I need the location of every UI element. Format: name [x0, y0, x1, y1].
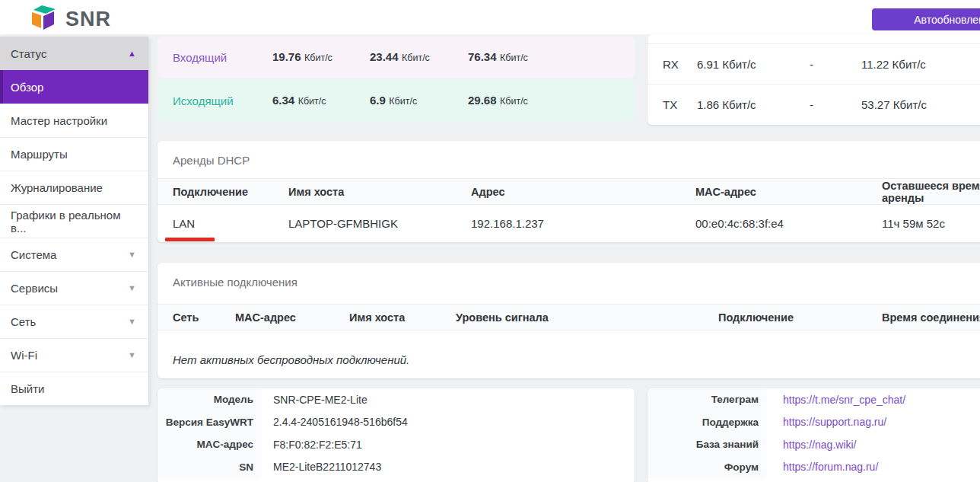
- col-header-hostname: Имя хоста: [288, 186, 471, 198]
- traffic-row-outgoing: Исходящий 6.34 Кбит/с 6.9 Кбит/с 29.68 К…: [158, 80, 635, 121]
- sidebar-item-label: Сеть: [11, 315, 36, 328]
- rx-value-3: 11.22 Кбит/с: [861, 58, 980, 71]
- info-row-sn: SN ME2-LiteB2211012743: [158, 456, 635, 479]
- traffic-value: 29.68 Кбит/с: [468, 94, 635, 107]
- col-header-hostname: Имя хоста: [349, 311, 456, 324]
- device-info-card: Модель SNR-CPE-ME2-Lite Версия EasyWRT 2…: [158, 388, 635, 482]
- chevron-down-icon: ▼: [128, 351, 136, 359]
- snr-logo-icon: [30, 5, 59, 34]
- link-row-support: Поддержка https://support.nag.ru/: [648, 411, 980, 434]
- col-header-connection: Подключение: [718, 311, 882, 324]
- col-header-network: Сеть: [173, 311, 235, 324]
- sidebar-item-logout[interactable]: Выйти: [0, 372, 148, 405]
- info-label: Форум: [648, 456, 766, 479]
- info-label: SN: [158, 456, 261, 479]
- connections-table-header: Сеть MAC-адрес Имя хоста Уровень сигнала…: [158, 304, 980, 330]
- traffic-card: Входящий 19.76 Кбит/с 23.44 Кбит/с 76.34…: [158, 37, 635, 121]
- tx-row: TX 1.86 Кбит/с - 53.27 Кбит/с: [648, 84, 980, 124]
- sidebar: Статус ▲ Обзор Мастер настройки Маршруты…: [0, 37, 148, 405]
- sidebar-item-label: Маршруты: [11, 148, 68, 161]
- sidebar-item-label: Журналирование: [11, 181, 103, 194]
- dhcp-mac-cell: 00:e0:4c:68:3f:e4: [695, 217, 882, 230]
- info-row-firmware: Версия EasyWRT 2.4.4-2405161948-516b6f54: [158, 411, 635, 434]
- sidebar-item-wifi[interactable]: Wi-Fi ▼: [0, 338, 148, 372]
- info-row-model: Модель SNR-CPE-ME2-Lite: [158, 388, 635, 411]
- app-header: SNR Автообновление в: [0, 0, 980, 34]
- rx-value-2: -: [810, 58, 861, 71]
- link-cell: https://forum.nag.ru/: [766, 461, 980, 473]
- info-label: Телеграм: [648, 388, 766, 411]
- sidebar-item-label: Графики в реальном в...: [11, 209, 136, 235]
- tx-value-3: 53.27 Кбит/с: [861, 98, 980, 111]
- sidebar-item-logging[interactable]: Журналирование: [0, 171, 148, 204]
- info-value: SNR-CPE-ME2-Lite: [261, 394, 635, 406]
- info-label: MAC-адрес: [158, 433, 261, 456]
- link-cell: https://t.me/snr_cpe_chat/: [766, 394, 980, 406]
- traffic-value: 23.44 Кбит/с: [370, 50, 468, 64]
- red-underline-indicator: [165, 238, 215, 241]
- col-header-address: Адрес: [471, 186, 695, 198]
- support-links-card: Телеграм https://t.me/snr_cpe_chat/ Подд…: [648, 388, 980, 482]
- rxtx-card: RX 6.91 Кбит/с - 11.22 Кбит/с TX 1.86 Кб…: [648, 34, 980, 125]
- sidebar-item-label: Обзор: [11, 81, 43, 94]
- tx-label: TX: [663, 98, 697, 111]
- dhcp-connection-cell: LAN: [173, 205, 288, 242]
- dhcp-table-row: LAN LAPTOP-GFMBHIGK 192.168.1.237 00:e0:…: [158, 205, 980, 242]
- active-connections-card: Активные подключения Сеть MAC-адрес Имя …: [158, 263, 980, 378]
- sidebar-item-services[interactable]: Сервисы ▼: [0, 271, 148, 305]
- link-row-telegram: Телеграм https://t.me/snr_cpe_chat/: [648, 388, 980, 411]
- rx-value-1: 6.91 Кбит/с: [697, 58, 810, 71]
- sidebar-item-status[interactable]: Статус ▲: [0, 37, 148, 70]
- col-header-uptime: Время соединения: [882, 311, 980, 324]
- sidebar-item-realtime-graphs[interactable]: Графики в реальном в...: [0, 204, 148, 238]
- dhcp-leases-card: Аренды DHCP Подключение Имя хоста Адрес …: [158, 141, 980, 242]
- sidebar-item-label: Wi-Fi: [11, 349, 37, 362]
- forum-link[interactable]: https://forum.nag.ru/: [783, 461, 878, 473]
- dhcp-time-left-cell: 11ч 59м 52с: [882, 217, 980, 230]
- sidebar-item-network[interactable]: Сеть ▼: [0, 305, 148, 338]
- traffic-row-incoming: Входящий 19.76 Кбит/с 23.44 Кбит/с 76.34…: [158, 37, 635, 78]
- link-cell: https://nag.wiki/: [766, 439, 980, 451]
- info-row-mac: MAC-адрес F8:F0:82:F2:E5:71: [158, 433, 635, 456]
- chevron-up-icon: ▲: [128, 49, 136, 58]
- rx-row: RX 6.91 Кбит/с - 11.22 Кбит/с: [648, 43, 980, 84]
- info-label: Версия EasyWRT: [158, 411, 261, 434]
- chevron-down-icon: ▼: [128, 318, 136, 326]
- link-row-wiki: База знаний https://nag.wiki/: [648, 433, 980, 456]
- rxtx-card-clipped-top: [648, 34, 980, 43]
- snr-logo[interactable]: SNR: [30, 5, 111, 34]
- sidebar-item-label: Система: [11, 248, 56, 261]
- col-header-mac: MAC-адрес: [695, 186, 882, 198]
- tx-value-1: 1.86 Кбит/с: [697, 98, 810, 111]
- traffic-value: 6.9 Кбит/с: [370, 94, 468, 107]
- support-link[interactable]: https://support.nag.ru/: [783, 416, 886, 428]
- knowledge-base-link[interactable]: https://nag.wiki/: [783, 439, 857, 451]
- connections-card-title: Активные подключения: [158, 263, 980, 289]
- dhcp-hostname-cell: LAPTOP-GFMBHIGK: [288, 217, 471, 230]
- sidebar-item-label: Выйти: [11, 382, 44, 395]
- telegram-link[interactable]: https://t.me/snr_cpe_chat/: [783, 394, 905, 406]
- dhcp-card-title: Аренды DHCP: [158, 141, 980, 167]
- sidebar-item-overview[interactable]: Обзор: [0, 70, 148, 104]
- info-label: Модель: [158, 388, 261, 411]
- sidebar-item-label: Мастер настройки: [11, 114, 107, 127]
- info-label: Поддержка: [648, 411, 766, 434]
- traffic-label: Исходящий: [173, 94, 272, 107]
- sidebar-item-routes[interactable]: Маршруты: [0, 137, 148, 171]
- col-header-connection: Подключение: [173, 186, 288, 198]
- logo-text: SNR: [65, 8, 111, 31]
- info-value: ME2-LiteB2211012743: [261, 461, 635, 473]
- link-row-forum: Форум https://forum.nag.ru/: [648, 456, 980, 479]
- chevron-down-icon: ▼: [128, 251, 136, 259]
- dhcp-table-header: Подключение Имя хоста Адрес MAC-адрес Ос…: [158, 178, 980, 205]
- traffic-value: 19.76 Кбит/с: [272, 50, 370, 64]
- sidebar-item-setup-wizard[interactable]: Мастер настройки: [0, 104, 148, 137]
- dhcp-address-cell: 192.168.1.237: [471, 217, 695, 230]
- info-value: 2.4.4-2405161948-516b6f54: [261, 416, 635, 428]
- sidebar-item-system[interactable]: Система ▼: [0, 238, 148, 271]
- autoupdate-button[interactable]: Автообновление в: [872, 8, 980, 30]
- sidebar-item-label: Сервисы: [11, 282, 58, 295]
- tx-value-2: -: [810, 98, 861, 111]
- chevron-down-icon: ▼: [128, 284, 136, 292]
- traffic-label: Входящий: [173, 51, 272, 64]
